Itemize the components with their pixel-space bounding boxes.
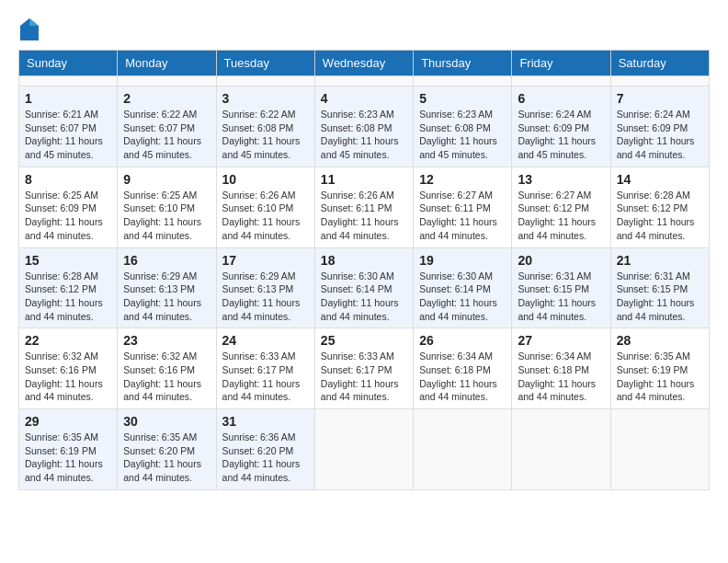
day-info: Sunrise: 6:33 AM Sunset: 6:17 PM Dayligh… [321, 350, 407, 404]
day-number: 29 [25, 414, 111, 429]
day-number: 2 [123, 91, 210, 106]
table-row [314, 409, 413, 490]
calendar-table: Sunday Monday Tuesday Wednesday Thursday… [18, 50, 710, 490]
table-row [414, 409, 512, 490]
day-number: 12 [419, 172, 506, 187]
day-info: Sunrise: 6:31 AM Sunset: 6:15 PM Dayligh… [617, 270, 703, 324]
day-number: 15 [25, 253, 111, 268]
table-row: 13 Sunrise: 6:27 AM Sunset: 6:12 PM Dayl… [512, 167, 610, 247]
col-monday: Monday [118, 51, 216, 76]
col-sunday: Sunday [19, 51, 118, 76]
day-number: 4 [321, 91, 407, 106]
day-info: Sunrise: 6:26 AM Sunset: 6:10 PM Dayligh… [222, 189, 309, 243]
calendar-row: 15 Sunrise: 6:28 AM Sunset: 6:12 PM Dayl… [19, 247, 710, 328]
table-row: 30 Sunrise: 6:35 AM Sunset: 6:20 PM Dayl… [118, 409, 216, 490]
table-row: 6 Sunrise: 6:24 AM Sunset: 6:09 PM Dayli… [512, 86, 610, 167]
day-info: Sunrise: 6:27 AM Sunset: 6:11 PM Dayligh… [419, 189, 506, 243]
table-row: 8 Sunrise: 6:25 AM Sunset: 6:09 PM Dayli… [19, 167, 118, 247]
day-info: Sunrise: 6:29 AM Sunset: 6:13 PM Dayligh… [123, 270, 210, 324]
day-number: 16 [123, 253, 210, 268]
table-row: 10 Sunrise: 6:26 AM Sunset: 6:10 PM Dayl… [216, 167, 314, 247]
day-info: Sunrise: 6:25 AM Sunset: 6:10 PM Dayligh… [123, 189, 210, 243]
calendar-row: 29 Sunrise: 6:35 AM Sunset: 6:19 PM Dayl… [19, 409, 710, 490]
table-row: 29 Sunrise: 6:35 AM Sunset: 6:19 PM Dayl… [19, 409, 118, 490]
table-row [118, 76, 216, 86]
day-info: Sunrise: 6:35 AM Sunset: 6:20 PM Dayligh… [123, 431, 210, 485]
day-number: 8 [25, 172, 111, 187]
day-info: Sunrise: 6:23 AM Sunset: 6:08 PM Dayligh… [321, 108, 407, 162]
day-info: Sunrise: 6:32 AM Sunset: 6:16 PM Dayligh… [25, 350, 111, 404]
day-info: Sunrise: 6:33 AM Sunset: 6:17 PM Dayligh… [222, 350, 309, 404]
day-number: 14 [617, 172, 703, 187]
svg-marker-1 [29, 18, 39, 26]
table-row [610, 76, 709, 86]
table-row: 15 Sunrise: 6:28 AM Sunset: 6:12 PM Dayl… [19, 247, 118, 328]
day-number: 28 [617, 333, 703, 348]
table-row: 16 Sunrise: 6:29 AM Sunset: 6:13 PM Dayl… [118, 247, 216, 328]
table-row: 24 Sunrise: 6:33 AM Sunset: 6:17 PM Dayl… [216, 328, 314, 409]
day-info: Sunrise: 6:28 AM Sunset: 6:12 PM Dayligh… [25, 270, 111, 324]
day-number: 23 [123, 333, 210, 348]
table-row: 28 Sunrise: 6:35 AM Sunset: 6:19 PM Dayl… [610, 328, 709, 409]
table-row [610, 409, 709, 490]
col-saturday: Saturday [610, 51, 709, 76]
day-number: 5 [419, 91, 506, 106]
calendar-row: 8 Sunrise: 6:25 AM Sunset: 6:09 PM Dayli… [19, 167, 710, 247]
col-tuesday: Tuesday [216, 51, 314, 76]
col-thursday: Thursday [414, 51, 512, 76]
day-number: 25 [321, 333, 407, 348]
day-info: Sunrise: 6:21 AM Sunset: 6:07 PM Dayligh… [25, 108, 111, 162]
calendar-row: 1 Sunrise: 6:21 AM Sunset: 6:07 PM Dayli… [19, 86, 710, 167]
day-number: 21 [617, 253, 703, 268]
day-info: Sunrise: 6:36 AM Sunset: 6:20 PM Dayligh… [222, 431, 309, 485]
day-info: Sunrise: 6:29 AM Sunset: 6:13 PM Dayligh… [222, 270, 309, 324]
day-number: 10 [222, 172, 309, 187]
day-number: 26 [419, 333, 506, 348]
table-row: 19 Sunrise: 6:30 AM Sunset: 6:14 PM Dayl… [414, 247, 512, 328]
day-info: Sunrise: 6:30 AM Sunset: 6:14 PM Dayligh… [419, 270, 506, 324]
day-number: 11 [321, 172, 407, 187]
calendar-row [19, 76, 710, 86]
table-row: 27 Sunrise: 6:34 AM Sunset: 6:18 PM Dayl… [512, 328, 610, 409]
day-info: Sunrise: 6:34 AM Sunset: 6:18 PM Dayligh… [518, 350, 604, 404]
table-row: 12 Sunrise: 6:27 AM Sunset: 6:11 PM Dayl… [414, 167, 512, 247]
table-row [314, 76, 413, 86]
table-row: 31 Sunrise: 6:36 AM Sunset: 6:20 PM Dayl… [216, 409, 314, 490]
table-row: 26 Sunrise: 6:34 AM Sunset: 6:18 PM Dayl… [414, 328, 512, 409]
table-row: 14 Sunrise: 6:28 AM Sunset: 6:12 PM Dayl… [610, 167, 709, 247]
day-info: Sunrise: 6:24 AM Sunset: 6:09 PM Dayligh… [617, 108, 703, 162]
table-row: 5 Sunrise: 6:23 AM Sunset: 6:08 PM Dayli… [414, 86, 512, 167]
table-row: 1 Sunrise: 6:21 AM Sunset: 6:07 PM Dayli… [19, 86, 118, 167]
col-friday: Friday [512, 51, 610, 76]
table-row [216, 76, 314, 86]
col-wednesday: Wednesday [314, 51, 413, 76]
day-number: 24 [222, 333, 309, 348]
table-row: 11 Sunrise: 6:26 AM Sunset: 6:11 PM Dayl… [314, 167, 413, 247]
day-info: Sunrise: 6:26 AM Sunset: 6:11 PM Dayligh… [321, 189, 407, 243]
day-info: Sunrise: 6:25 AM Sunset: 6:09 PM Dayligh… [25, 189, 111, 243]
day-info: Sunrise: 6:34 AM Sunset: 6:18 PM Dayligh… [419, 350, 506, 404]
day-number: 6 [518, 91, 604, 106]
table-row: 4 Sunrise: 6:23 AM Sunset: 6:08 PM Dayli… [314, 86, 413, 167]
day-number: 1 [25, 91, 111, 106]
day-number: 22 [25, 333, 111, 348]
table-row [512, 409, 610, 490]
day-number: 20 [518, 253, 604, 268]
table-row: 21 Sunrise: 6:31 AM Sunset: 6:15 PM Dayl… [610, 247, 709, 328]
day-info: Sunrise: 6:22 AM Sunset: 6:08 PM Dayligh… [222, 108, 309, 162]
day-info: Sunrise: 6:31 AM Sunset: 6:15 PM Dayligh… [518, 270, 604, 324]
day-number: 18 [321, 253, 407, 268]
day-number: 7 [617, 91, 703, 106]
table-row: 3 Sunrise: 6:22 AM Sunset: 6:08 PM Dayli… [216, 86, 314, 167]
day-info: Sunrise: 6:23 AM Sunset: 6:08 PM Dayligh… [419, 108, 506, 162]
day-info: Sunrise: 6:22 AM Sunset: 6:07 PM Dayligh… [123, 108, 210, 162]
day-info: Sunrise: 6:35 AM Sunset: 6:19 PM Dayligh… [25, 431, 111, 485]
table-row [19, 76, 118, 86]
day-info: Sunrise: 6:28 AM Sunset: 6:12 PM Dayligh… [617, 189, 703, 243]
logo [18, 18, 40, 40]
table-row: 20 Sunrise: 6:31 AM Sunset: 6:15 PM Dayl… [512, 247, 610, 328]
logo-icon [20, 18, 39, 40]
table-row [414, 76, 512, 86]
day-number: 9 [123, 172, 210, 187]
day-number: 3 [222, 91, 309, 106]
